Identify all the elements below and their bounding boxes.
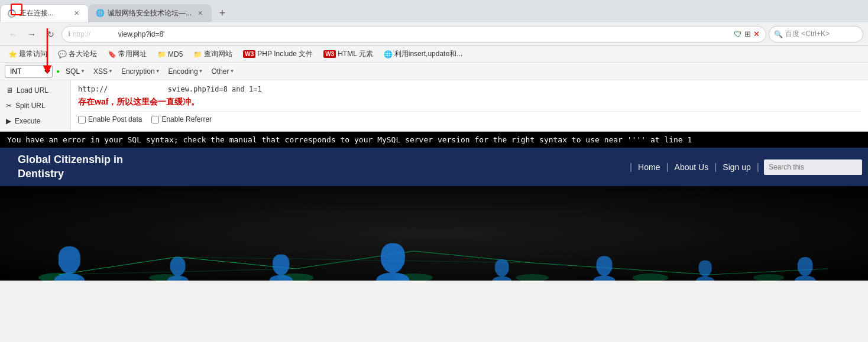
checkbox-row: Enable Post data Enable Referrer [78,111,861,126]
logo-line1: Global Citizenship in [18,153,123,167]
enable-post-input[interactable] [78,116,86,123]
bookmark-label-luntan: 各大论坛 [69,49,97,59]
human-fig-3: 👤 [265,256,296,281]
address-bar[interactable]: ℹ http:// view.php?id=8' 🛡 ⊞ ✕ [61,26,766,43]
nav-link-home[interactable]: Home [637,160,661,174]
bookmark-label-insert: 利用insert,update和... [394,49,462,59]
sql-menu-label: SQL [66,67,80,76]
new-tab-button[interactable]: + [214,5,231,21]
encryption-menu[interactable]: Encryption▼ [119,66,163,77]
grid-icon[interactable]: ⊞ [744,30,751,38]
human-fig-1: 👤 [49,248,90,281]
human-fig-2: 👤 [164,258,192,281]
split-url-icon: ✂ [6,102,12,110]
human-fig-5: 👤 [489,260,515,281]
bookmark-icon-md5: 📁 [157,50,166,58]
browser-frame: 正在连接... ✕ 🌐 诚殷网络安全技术论坛—... ✕ + ← → ↻ ℹ h… [0,0,868,281]
tab-bar: 正在连接... ✕ 🌐 诚殷网络安全技术论坛—... ✕ + [0,0,868,22]
tab-active[interactable]: 正在连接... ✕ [0,4,89,22]
encryption-menu-label: Encryption [121,67,155,76]
xss-menu-label: XSS [93,67,108,76]
human-icon-xlarge: 👤 [371,245,415,281]
type-select[interactable]: INT STRING SEARCH [5,65,53,78]
tab-title-active: 正在连接... [20,8,68,18]
bookmark-item-zuichang[interactable]: ⭐ 最常访问 [5,48,51,60]
bookmark-label-php: PHP Include 文件 [257,49,313,59]
enable-post-checkbox[interactable]: Enable Post data [78,115,142,123]
url-redacted [108,85,168,93]
other-menu-label: Other [212,67,229,76]
encoding-dropdown-arrow: ▼ [199,69,203,74]
error-bar: You have an error in your SQL syntax; ch… [0,132,868,148]
website-section: Global Citizenship in Dentistry | Home |… [0,148,868,186]
tab-title-inactive: 诚殷网络安全技术论坛—... [108,8,192,18]
address-bar-icons: 🛡 ⊞ ✕ [734,30,760,39]
bookmark-item-md5[interactable]: 📁 MD5 [154,49,186,60]
back-button[interactable]: ← [5,26,21,43]
website-nav-left: Global Citizenship in Dentistry [0,148,625,186]
human-figures: 👤 👤 👤 👤 👤 👤 👤 👤 [0,245,868,281]
hero-section: 👤 👤 👤 👤 👤 👤 👤 👤 [0,186,868,281]
enable-referrer-label: Enable Referrer [161,115,212,123]
enable-referrer-checkbox[interactable]: Enable Referrer [151,115,212,123]
url-visible-part: view.php?id=8' [118,30,165,38]
load-url-icon: 🖥 [6,86,13,95]
other-dropdown-arrow: ▼ [230,69,235,74]
refresh-button[interactable]: ↻ [43,26,59,43]
encoding-menu[interactable]: Encoding▼ [166,66,206,77]
bookmark-item-luntan[interactable]: 💬 各大论坛 [54,48,101,60]
nav-link-about-us[interactable]: About Us [673,160,710,174]
sql-menu[interactable]: SQL▼ [63,66,88,77]
tab-loading-icon [8,9,16,18]
human-fig-6: 👤 [590,257,619,281]
bookmark-icon-insert: 🌐 [384,50,393,58]
tab-close-inactive[interactable]: ✕ [195,8,205,18]
nav-link-sign-up[interactable]: Sign up [721,160,752,174]
search-placeholder: 百度 <Ctrl+K> [785,29,830,39]
bookmark-w3-icon-php: W3 [243,50,255,58]
bookmark-item-html[interactable]: W3 HTML 元素 [320,48,377,60]
tab-inactive[interactable]: 🌐 诚殷网络安全技术论坛—... ✕ [89,4,212,22]
execute-button[interactable]: ▶ Execute [0,113,70,129]
bookmark-item-insert[interactable]: 🌐 利用insert,update和... [380,48,466,60]
lock-icon: ℹ [68,30,70,38]
xss-menu[interactable]: XSS▼ [91,66,115,77]
website-search-input[interactable] [764,159,862,175]
forward-button[interactable]: → [24,26,40,43]
human-icon-medium-3: 👤 [590,257,619,281]
bookmark-icon-zuichang: ⭐ [8,50,17,58]
shield-icon[interactable]: 🛡 [734,30,742,39]
bookmarks-bar: ⭐ 最常访问 💬 各大论坛 🔖 常用网址 📁 MD5 📁 查询网站 W3 PHP… [0,46,868,63]
bookmark-label-md5: MD5 [168,50,183,58]
human-icon-large: 👤 [49,248,90,281]
search-bar[interactable]: 🔍 百度 <Ctrl+K> [769,26,863,43]
bookmark-item-chaxun[interactable]: 📁 查询网站 [190,48,236,60]
right-panel: http:// sview.php?id=8 and 1=1 存在waf，所以这… [71,80,868,131]
tab-close-active[interactable]: ✕ [72,9,81,18]
status-dot: ● [56,68,60,74]
other-menu[interactable]: Other▼ [209,66,237,77]
bookmark-item-changyong[interactable]: 🔖 常用网址 [104,48,150,60]
human-fig-7: 👤 [693,261,717,281]
split-url-button[interactable]: ✂ Split URL [0,98,70,113]
main-panel: 🖥 Load URL ✂ Split URL ▶ Execute http://… [0,80,868,132]
load-url-button[interactable]: 🖥 Load URL [0,83,70,98]
bookmark-item-php-include[interactable]: W3 PHP Include 文件 [239,48,316,60]
enable-referrer-input[interactable] [151,116,159,123]
split-url-label: Split URL [15,102,46,110]
nav-sep-3: | [714,162,717,172]
bookmark-label-chaxun: 查询网站 [204,49,232,59]
nav-bar: ← → ↻ ℹ http:// view.php?id=8' 🛡 ⊞ ✕ 🔍 百… [0,22,868,46]
enable-post-label: Enable Post data [88,115,142,123]
execute-label: Execute [15,117,40,125]
url-text: http:// view.php?id=8' [73,30,731,38]
url-hidden-part: http:// [73,30,118,38]
bookmark-w3-icon-html: W3 [323,50,336,58]
error-text: You have an error in your SQL syntax; ch… [7,135,692,144]
close-icon-red[interactable]: ✕ [753,30,760,38]
bookmark-label-zuichang: 最常访问 [19,49,47,59]
url-suffix-display: sview.php?id=8 and 1=1 [168,85,262,93]
logo-line2: Dentistry [18,167,123,181]
nav-sep-4: | [757,162,759,172]
bookmark-label-changyong: 常用网址 [118,49,147,59]
